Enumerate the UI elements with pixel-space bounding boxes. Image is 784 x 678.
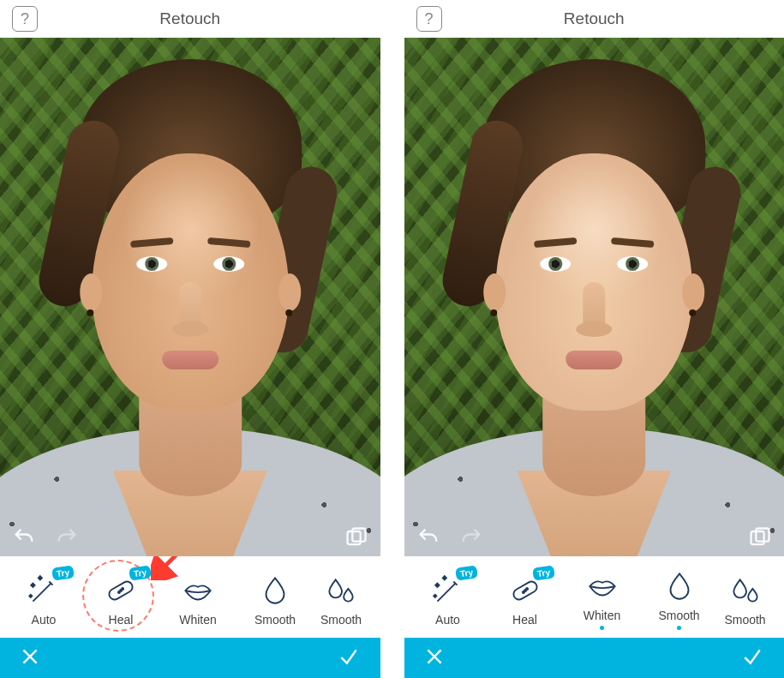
- compare-icon: [748, 525, 772, 549]
- tool-label: Auto: [435, 613, 460, 627]
- tool-auto[interactable]: Try Auto: [9, 568, 79, 627]
- tool-label: Whiten: [179, 613, 217, 627]
- tool-label: Heal: [109, 613, 134, 627]
- header: ? Retouch: [404, 0, 785, 38]
- undo-button[interactable]: [416, 525, 440, 549]
- bottom-bar: [404, 638, 785, 678]
- undo-button[interactable]: [12, 525, 36, 549]
- tool-label: Smooth: [658, 609, 699, 622]
- drops-icon: [727, 573, 763, 608]
- portrait: [0, 38, 380, 556]
- screenshot-before: ? Retouch: [0, 0, 380, 678]
- tool-label: Smooth: [320, 613, 362, 627]
- tool-heal[interactable]: Try Heal: [86, 568, 156, 627]
- tool-smooth[interactable]: Smooth: [644, 564, 715, 630]
- close-icon: [423, 645, 446, 668]
- svg-point-6: [120, 589, 122, 591]
- compare-button[interactable]: [748, 525, 772, 549]
- help-button[interactable]: ?: [416, 6, 442, 32]
- lips-icon: [180, 573, 216, 608]
- close-icon: [19, 645, 41, 668]
- screenshot-after: ? Retouch: [404, 0, 785, 678]
- help-icon: ?: [21, 10, 29, 28]
- apply-button[interactable]: [739, 645, 765, 671]
- svg-rect-0: [347, 531, 360, 544]
- header: ? Retouch: [0, 0, 380, 38]
- active-dot: [677, 626, 681, 630]
- tool-label: Smooth: [724, 613, 765, 627]
- bottom-bar: [0, 638, 380, 678]
- redo-icon: [459, 525, 483, 549]
- page-title: Retouch: [159, 9, 220, 28]
- svg-point-12: [524, 589, 525, 591]
- redo-icon: [55, 525, 79, 549]
- active-dot: [600, 626, 604, 630]
- tool-label: Auto: [32, 613, 57, 627]
- try-badge: Try: [456, 565, 479, 580]
- portrait: [404, 38, 785, 556]
- tool-smooth[interactable]: Smooth: [240, 568, 310, 627]
- photo-canvas[interactable]: [404, 38, 785, 556]
- tool-toolbar: Try Auto Try Heal Whiten Smooth: [404, 556, 785, 638]
- drops-icon: [323, 573, 359, 608]
- undo-icon: [416, 525, 440, 549]
- check-icon: [739, 645, 765, 668]
- redo-button[interactable]: [459, 525, 483, 549]
- photo-canvas[interactable]: [0, 38, 380, 556]
- drop-icon: [661, 569, 697, 603]
- svg-rect-7: [751, 531, 764, 544]
- try-badge: Try: [51, 565, 75, 580]
- tool-heal[interactable]: Try Heal: [490, 568, 560, 627]
- compare-button[interactable]: [344, 525, 368, 549]
- cancel-button[interactable]: [19, 645, 41, 671]
- cancel-button[interactable]: [423, 645, 446, 671]
- svg-rect-1: [352, 529, 365, 542]
- tool-label: Whiten: [584, 609, 621, 622]
- tool-label: Heal: [512, 613, 537, 627]
- try-badge: Try: [533, 565, 556, 580]
- drop-icon: [257, 573, 293, 608]
- page-title: Retouch: [564, 9, 625, 28]
- undo-icon: [12, 525, 36, 549]
- tool-auto[interactable]: Try Auto: [413, 568, 483, 627]
- tool-whiten[interactable]: Whiten: [567, 564, 637, 630]
- check-icon: [336, 645, 362, 668]
- apply-button[interactable]: [336, 645, 362, 671]
- redo-button[interactable]: [55, 525, 79, 549]
- tool-smooth-partial[interactable]: Smooth: [721, 568, 769, 627]
- help-button[interactable]: ?: [12, 6, 38, 32]
- try-badge: Try: [129, 565, 152, 580]
- svg-rect-8: [756, 529, 769, 542]
- tool-whiten[interactable]: Whiten: [163, 568, 233, 627]
- tool-smooth-partial[interactable]: Smooth: [317, 568, 365, 627]
- tool-label: Smooth: [254, 613, 296, 627]
- tool-toolbar: Try Auto Try Heal Whiten Smooth: [0, 556, 380, 638]
- help-icon: ?: [424, 10, 433, 28]
- compare-icon: [344, 525, 368, 549]
- lips-icon: [584, 569, 620, 603]
